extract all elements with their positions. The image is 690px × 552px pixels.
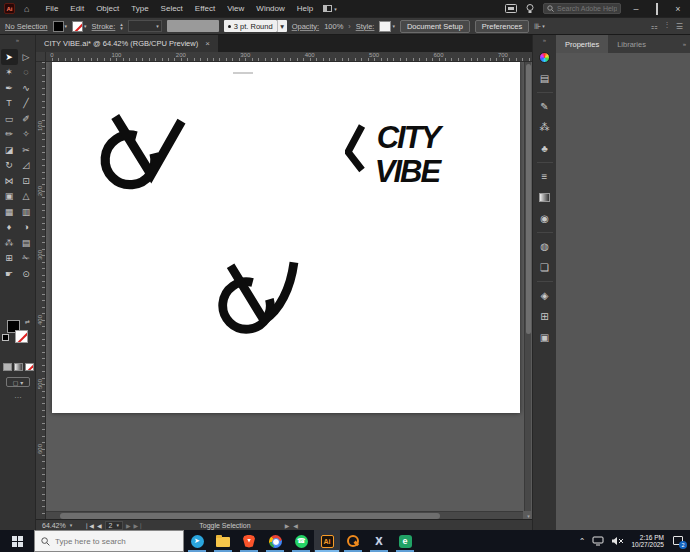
ruler-corner[interactable] bbox=[36, 52, 46, 62]
adobe-help-search[interactable] bbox=[543, 3, 621, 14]
color-icon[interactable] bbox=[535, 47, 555, 68]
stroke-weight-combo[interactable]: ▾ bbox=[128, 20, 162, 32]
stroke-icon[interactable]: ≡ bbox=[535, 166, 555, 187]
taskbar-clock[interactable]: 2:16 PM 10/27/2025 bbox=[631, 534, 664, 549]
rotate-tool[interactable]: ↻ bbox=[1, 158, 18, 174]
symbol-sprayer-tool[interactable]: ⁂ bbox=[1, 235, 18, 251]
type-tool[interactable]: T bbox=[1, 96, 18, 112]
width-tool[interactable]: ⋈ bbox=[1, 173, 18, 189]
action-center-button[interactable]: 2 bbox=[671, 535, 686, 548]
appearance-icon[interactable]: ◍ bbox=[535, 236, 555, 257]
lightbulb-icon[interactable] bbox=[526, 4, 534, 14]
menu-view[interactable]: View bbox=[221, 2, 250, 15]
prev-artboard-icon[interactable]: ◀ bbox=[97, 522, 102, 529]
restore-button[interactable] bbox=[651, 4, 663, 14]
shape-builder-tool[interactable]: ▣ bbox=[1, 189, 18, 205]
variable-width-profile[interactable] bbox=[167, 20, 219, 32]
preferences-button[interactable]: Preferences bbox=[475, 20, 529, 33]
dock-expand-icon[interactable]: » bbox=[543, 35, 546, 47]
opacity-more-arrow[interactable]: › bbox=[348, 23, 350, 30]
lasso-tool[interactable]: ◌ bbox=[18, 65, 35, 81]
graphic-style-control[interactable]: ▾ bbox=[379, 21, 395, 32]
network-icon[interactable] bbox=[592, 536, 604, 546]
paint-none-button[interactable] bbox=[25, 363, 34, 371]
menu-help[interactable]: Help bbox=[291, 2, 319, 15]
start-button[interactable] bbox=[0, 530, 34, 552]
arrange-control[interactable]: ⊪▾ bbox=[534, 22, 544, 31]
scissors-tool[interactable]: ✂ bbox=[18, 142, 35, 158]
vertical-ruler[interactable]: 100200300400500600 bbox=[36, 62, 46, 519]
artboard-tool[interactable]: ⊞ bbox=[1, 251, 18, 267]
line-segment-tool[interactable]: ╱ bbox=[18, 96, 35, 112]
tray-chevron-icon[interactable]: ⌃ bbox=[579, 537, 586, 546]
share-screen-icon[interactable] bbox=[505, 4, 517, 13]
panel-menu-icon[interactable]: ☰ bbox=[676, 22, 683, 31]
city-vibe-wordmark-logo[interactable]: CITY VIBE bbox=[345, 118, 455, 190]
taskbar-app-file-explorer[interactable] bbox=[210, 530, 236, 552]
cv-monogram-logo[interactable] bbox=[95, 108, 187, 195]
slice-tool[interactable]: ✁ bbox=[18, 251, 35, 267]
curvature-tool[interactable]: ∿ bbox=[18, 80, 35, 96]
paint-color-button[interactable] bbox=[3, 363, 12, 371]
paintbrush-tool[interactable]: ✐ bbox=[18, 111, 35, 127]
paint-gradient-button[interactable] bbox=[14, 363, 23, 371]
menu-type[interactable]: Type bbox=[125, 2, 154, 15]
swatches-icon[interactable]: ▤ bbox=[535, 68, 555, 89]
panel-overflow-icon[interactable]: » bbox=[683, 41, 690, 47]
mesh-tool[interactable]: ▦ bbox=[1, 204, 18, 220]
document-tab[interactable]: CITY VIBE.ai* @ 64.42% (RGB/CPU Preview)… bbox=[36, 35, 218, 52]
brushes-icon[interactable]: ✎ bbox=[535, 96, 555, 117]
tab-libraries[interactable]: Libraries bbox=[608, 35, 655, 53]
artboard[interactable]: CITY VIBE bbox=[52, 62, 520, 413]
style-label[interactable]: Style: bbox=[356, 22, 375, 31]
layers-icon[interactable]: ◈ bbox=[535, 285, 555, 306]
horizontal-scrollbar[interactable] bbox=[46, 511, 523, 519]
column-graph-tool[interactable]: ▤ bbox=[18, 235, 35, 251]
symbols-icon[interactable]: ♣ bbox=[535, 138, 555, 159]
stroke-weight-stepper[interactable]: ▴▾ bbox=[120, 22, 123, 30]
stroke-color-control[interactable]: ▾ bbox=[72, 21, 87, 32]
scale-tool[interactable]: ◿ bbox=[18, 158, 35, 174]
hand-tool[interactable]: ☛ bbox=[1, 266, 18, 282]
blend-tool[interactable]: ◑ bbox=[18, 220, 35, 236]
direct-selection-tool[interactable]: ▷ bbox=[18, 49, 35, 65]
status-play-icon[interactable]: ▶ bbox=[285, 522, 290, 529]
vertical-scroll-thumb[interactable] bbox=[526, 64, 531, 334]
brush-definition-arrow[interactable]: ▾ bbox=[277, 20, 287, 32]
close-tab-icon[interactable]: × bbox=[205, 39, 210, 48]
distribute-icon[interactable]: ⫶ bbox=[666, 21, 668, 31]
zoom-level-control[interactable]: 64.42%▾ bbox=[42, 522, 72, 529]
menu-file[interactable]: File bbox=[39, 2, 64, 15]
symbol-sprayer-icon[interactable]: ⁂ bbox=[535, 117, 555, 138]
artboard-navigation[interactable]: 2▾ bbox=[105, 521, 123, 530]
menu-effect[interactable]: Effect bbox=[189, 2, 221, 15]
magic-wand-tool[interactable]: ✶ bbox=[1, 65, 18, 81]
opacity-label[interactable]: Opacity: bbox=[292, 22, 320, 31]
transparency-icon[interactable]: ◉ bbox=[535, 208, 555, 229]
menu-object[interactable]: Object bbox=[90, 2, 125, 15]
menu-edit[interactable]: Edit bbox=[64, 2, 90, 15]
brush-definition-combo[interactable]: 3 pt. Round bbox=[224, 20, 277, 32]
align-icon[interactable]: ⚏ bbox=[651, 22, 658, 31]
edit-toolbar-button[interactable]: … bbox=[0, 391, 36, 400]
taskbar-app-x-utility[interactable]: X bbox=[366, 530, 392, 552]
close-button[interactable]: × bbox=[672, 4, 684, 14]
free-transform-tool[interactable]: ⊡ bbox=[18, 173, 35, 189]
taskbar-app-telegram[interactable]: ➤ bbox=[184, 530, 210, 552]
status-back-icon[interactable]: ◀ bbox=[293, 522, 298, 529]
tab-properties[interactable]: Properties bbox=[556, 35, 608, 53]
taskbar-app-whatsapp[interactable]: ☎ bbox=[288, 530, 314, 552]
artboard-mark[interactable] bbox=[233, 72, 253, 74]
next-artboard-icon[interactable]: ▶ bbox=[126, 522, 131, 529]
taskbar-search-input[interactable] bbox=[55, 537, 177, 546]
last-artboard-icon[interactable]: ▶❘ bbox=[134, 522, 144, 529]
taskbar-search[interactable] bbox=[34, 530, 184, 552]
gradient-icon[interactable] bbox=[535, 187, 555, 208]
perspective-grid-tool[interactable]: △ bbox=[18, 189, 35, 205]
taskbar-app-illustrator[interactable]: Ai bbox=[314, 530, 340, 552]
canvas-area[interactable]: 0100200300400500600700 10020030040050060… bbox=[36, 52, 532, 519]
taskbar-app-brave[interactable] bbox=[236, 530, 262, 552]
search-input[interactable] bbox=[557, 5, 617, 12]
graphic-styles-icon[interactable]: ❏ bbox=[535, 257, 555, 278]
pencil-tool[interactable]: ✏ bbox=[1, 127, 18, 143]
